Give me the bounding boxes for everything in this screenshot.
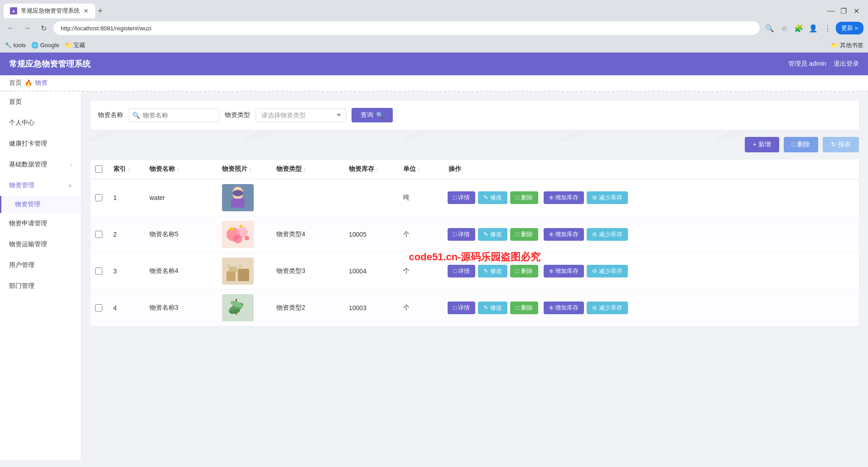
- batch-delete-button[interactable]: □ 删除: [784, 137, 818, 152]
- td-stock-3: 10004: [344, 263, 399, 279]
- report-button[interactable]: ↻ 报表: [823, 137, 859, 152]
- bookmark-tools[interactable]: 🔧 tools: [5, 42, 26, 49]
- th-photo: 物资照片 ↕: [217, 160, 272, 179]
- row-checkbox-1[interactable]: [95, 194, 102, 201]
- add-stock-button-1[interactable]: ⊕ 增加库存: [544, 191, 584, 204]
- delete-button-3[interactable]: □ 删除: [510, 265, 538, 277]
- bookmark-treasure[interactable]: 📁 宝藏: [65, 41, 86, 49]
- delete-button-4[interactable]: □ 删除: [510, 302, 538, 314]
- row-index-2: 2: [113, 231, 117, 238]
- reduce-stock-button-3[interactable]: ⊖ 减少库存: [587, 265, 628, 277]
- row-unit-3: 个: [403, 267, 410, 275]
- menu-icon-btn[interactable]: ⋮: [821, 22, 834, 34]
- extension-icon-btn[interactable]: 🧩: [792, 22, 805, 34]
- search-icon-btn[interactable]: 🔍: [763, 22, 776, 34]
- address-input[interactable]: [53, 21, 760, 35]
- sidebar-personal-label: 个人中心: [9, 119, 34, 127]
- reduce-stock-button-4[interactable]: ⊖ 减少库存: [587, 302, 628, 314]
- minimize-button[interactable]: —: [826, 6, 835, 15]
- sidebar-item-materials-apply[interactable]: 物资申请管理: [0, 213, 81, 234]
- delete-button-1[interactable]: □ 删除: [510, 191, 538, 204]
- restore-button[interactable]: ❐: [839, 6, 848, 15]
- breadcrumb-home[interactable]: 首页: [9, 79, 22, 87]
- edit-button-3[interactable]: ✎ 修改: [478, 265, 507, 277]
- sort-index-icon: ↕: [128, 166, 130, 172]
- main-content: code51.cn code51.cn code51.cn code51.cn …: [82, 92, 868, 460]
- tab-title: 常规应急物资管理系统: [21, 7, 80, 15]
- back-button[interactable]: ←: [5, 22, 17, 34]
- detail-button-1[interactable]: □ 详情: [448, 191, 475, 204]
- th-index: 索引 ↕: [109, 160, 145, 179]
- refresh-button[interactable]: ↻: [37, 22, 50, 34]
- td-type-2: 物资类型4: [272, 226, 344, 243]
- active-tab[interactable]: ▲ 常规应急物资管理系统 ✕: [4, 4, 95, 18]
- select-all-checkbox[interactable]: [95, 165, 102, 173]
- add-button[interactable]: + 新增: [745, 137, 779, 152]
- type-select[interactable]: 请选择物资类型: [256, 108, 346, 122]
- search-input[interactable]: [129, 108, 219, 122]
- tab-close-btn[interactable]: ✕: [83, 7, 89, 15]
- admin-label: 管理员 admin: [788, 60, 826, 68]
- row-checkbox-3[interactable]: [95, 268, 102, 275]
- bookmark-icon-btn[interactable]: ☆: [778, 22, 791, 34]
- search-input-wrap: 🔍: [129, 108, 219, 122]
- td-actions-1: □ 详情 ✎ 修改 □ 删除 ⊕ 增加库存 ⊖ 减少库存: [444, 188, 859, 208]
- add-stock-button-4[interactable]: ⊕ 增加库存: [544, 302, 584, 314]
- row-unit-2: 个: [403, 230, 410, 238]
- add-stock-button-2[interactable]: ⊕ 增加库存: [544, 228, 584, 241]
- row-index-4: 4: [113, 304, 117, 311]
- detail-button-3[interactable]: □ 详情: [448, 265, 475, 277]
- update-button[interactable]: 更新 »: [836, 22, 863, 34]
- sidebar-item-departments[interactable]: 部门管理: [0, 276, 81, 297]
- table-row: 2 物资名称5: [91, 216, 859, 253]
- td-unit-1: 吨: [399, 189, 444, 206]
- bookmark-other[interactable]: 📁 其他书签: [831, 41, 863, 49]
- type-label: 物资类型: [225, 111, 250, 119]
- edit-button-2[interactable]: ✎ 修改: [478, 228, 507, 241]
- table-row: 4 物资名称3: [91, 290, 859, 326]
- sidebar-item-materials-transport[interactable]: 物资运输管理: [0, 234, 81, 255]
- reduce-stock-button-2[interactable]: ⊖ 减少库存: [587, 228, 628, 241]
- bookmark-google[interactable]: 🌐 Google: [31, 42, 59, 49]
- query-button[interactable]: 查询 🔍: [352, 108, 393, 122]
- sidebar-item-home[interactable]: 首页: [0, 92, 81, 112]
- breadcrumb-current: 物资: [35, 79, 48, 87]
- add-stock-button-3[interactable]: ⊕ 增加库存: [544, 265, 584, 277]
- td-actions-3: □ 详情 ✎ 修改 □ 删除 ⊕ 增加库存 ⊖ 减少库存: [444, 261, 859, 281]
- sidebar-sub-materials-management[interactable]: 物资管理: [0, 196, 81, 213]
- sidebar-item-users[interactable]: 用户管理: [0, 255, 81, 276]
- close-button[interactable]: ✕: [852, 6, 861, 15]
- svg-point-10: [245, 236, 249, 240]
- td-photo-3: [217, 253, 272, 289]
- query-icon: 🔍: [376, 112, 384, 119]
- row-checkbox-2[interactable]: [95, 231, 102, 238]
- chevron-down-icon: ∨: [68, 182, 72, 189]
- sort-type-icon: ↕: [304, 166, 306, 172]
- logout-button[interactable]: 退出登录: [834, 60, 859, 68]
- row-index-3: 3: [113, 268, 117, 275]
- delete-button-2[interactable]: □ 删除: [510, 228, 538, 241]
- detail-button-2[interactable]: □ 详情: [448, 228, 475, 241]
- new-tab-button[interactable]: +: [98, 6, 103, 16]
- td-name-1: water: [145, 190, 217, 206]
- detail-button-4[interactable]: □ 详情: [448, 302, 475, 314]
- sidebar-item-basic-data[interactable]: 基础数据管理 ›: [0, 154, 81, 175]
- td-index-3: 3: [109, 263, 145, 279]
- sidebar-basic-data-label: 基础数据管理: [9, 161, 47, 169]
- forward-button[interactable]: →: [21, 22, 34, 34]
- sidebar-sub-label: 物资管理: [15, 200, 40, 208]
- sidebar-item-personal[interactable]: 个人中心: [0, 112, 81, 133]
- sidebar-item-health[interactable]: 健康打卡管理: [0, 133, 81, 154]
- profile-icon-btn[interactable]: 👤: [807, 22, 820, 34]
- reduce-stock-button-1[interactable]: ⊖ 减少库存: [587, 191, 628, 204]
- browser-chrome: ▲ 常规应急物资管理系统 ✕ + — ❐ ✕ ← → ↻ 🔍 ☆ 🧩 👤 ⋮ 更…: [0, 0, 868, 53]
- edit-button-4[interactable]: ✎ 修改: [478, 302, 507, 314]
- row-unit-4: 个: [403, 304, 410, 312]
- td-name-4: 物资名称3: [145, 299, 217, 316]
- td-index-1: 1: [109, 190, 145, 206]
- sidebar-item-materials[interactable]: 物资管理 ∨: [0, 175, 81, 196]
- tab-favicon: ▲: [10, 7, 17, 15]
- row-checkbox-4[interactable]: [95, 304, 102, 311]
- sidebar-home-label: 首页: [9, 98, 22, 106]
- edit-button-1[interactable]: ✎ 修改: [478, 191, 507, 204]
